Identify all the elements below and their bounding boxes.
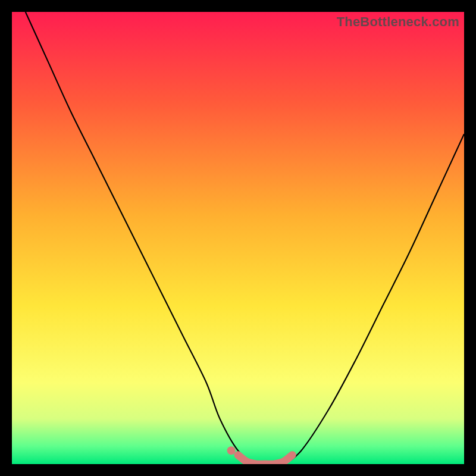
optimal-band-dot: [227, 446, 236, 455]
watermark-text: TheBottleneck.com: [337, 14, 459, 30]
chart-svg: [12, 12, 464, 464]
chart-frame: TheBottleneck.com: [12, 12, 464, 464]
gradient-background: [12, 12, 464, 464]
